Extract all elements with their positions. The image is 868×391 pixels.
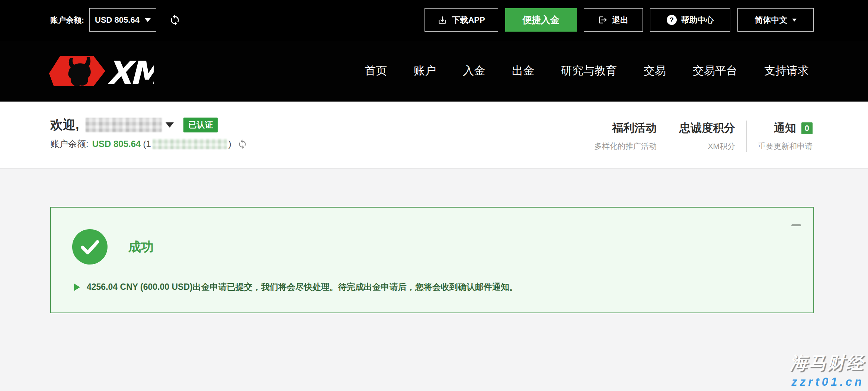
xm-logo-svg: XM bbox=[49, 54, 154, 88]
help-center-label: 帮助中心 bbox=[681, 15, 714, 26]
watermark-brand: 海马财经 bbox=[790, 351, 864, 375]
xm-logo[interactable]: XM bbox=[49, 54, 154, 88]
success-check-icon bbox=[72, 229, 108, 265]
quick-link-subtitle: XM积分 bbox=[679, 141, 735, 151]
alert-message: 4256.04 CNY (600.00 USD)出金申请已提交，我们将会尽快处理… bbox=[87, 281, 518, 293]
refresh-icon[interactable] bbox=[169, 14, 181, 26]
welcome-balance-label: 账户余额: bbox=[50, 138, 89, 150]
nav-item-platforms[interactable]: 交易平台 bbox=[693, 63, 737, 78]
account-number-close: ) bbox=[228, 139, 231, 149]
balance-dropdown[interactable]: USD 805.64 bbox=[89, 8, 156, 32]
nav-item-research-education[interactable]: 研究与教育 bbox=[561, 63, 617, 78]
nav-item-home[interactable]: 首页 bbox=[365, 63, 387, 78]
nav-item-account[interactable]: 账户 bbox=[414, 63, 436, 78]
download-app-label: 下载APP bbox=[452, 15, 485, 26]
help-icon: ? bbox=[667, 15, 677, 25]
quick-link-title: 福利活动 bbox=[594, 121, 657, 136]
topbar-actions: 下载APP 便捷入金 退出 ? 帮助中心 简体中文 bbox=[425, 8, 814, 32]
success-alert: 成功 4256.04 CNY (600.00 USD)出金申请已提交，我们将会尽… bbox=[50, 207, 814, 313]
xm-logo-text: XM bbox=[107, 54, 154, 88]
collapse-dash-icon[interactable] bbox=[791, 224, 801, 226]
welcome-strip: 欢迎, 已认证 账户余额: USD 805.64 (1 ) 福利活动 多样化的推… bbox=[0, 102, 868, 168]
watermark-site: zzrt01.cn bbox=[790, 375, 864, 389]
language-dropdown[interactable]: 简体中文 bbox=[737, 8, 814, 32]
download-icon bbox=[438, 15, 447, 25]
quick-deposit-button[interactable]: 便捷入金 bbox=[505, 8, 577, 32]
logout-icon bbox=[598, 15, 608, 25]
welcome-greeting: 欢迎, bbox=[50, 116, 79, 134]
nav-item-trading[interactable]: 交易 bbox=[644, 63, 666, 78]
balance-dropdown-value: USD 805.64 bbox=[95, 15, 140, 25]
nav-item-deposit[interactable]: 入金 bbox=[463, 63, 485, 78]
caret-down-icon bbox=[145, 18, 151, 22]
notification-count-badge: 0 bbox=[801, 122, 813, 134]
logout-label: 退出 bbox=[612, 15, 628, 26]
quick-link-subtitle: 多样化的推广活动 bbox=[594, 141, 657, 151]
welcome-left: 欢迎, 已认证 账户余额: USD 805.64 (1 ) bbox=[50, 102, 247, 168]
main-navbar: XM 首页 账户 入金 出金 研究与教育 交易 交易平台 支持请求 bbox=[0, 40, 868, 102]
refresh-icon[interactable] bbox=[237, 139, 247, 149]
quick-link-title: 通知 bbox=[774, 121, 796, 136]
quick-link-title: 忠诚度积分 bbox=[679, 121, 735, 136]
watermark: 海马财经 zzrt01.cn bbox=[790, 351, 864, 389]
nav-item-withdraw[interactable]: 出金 bbox=[512, 63, 534, 78]
account-number-open: (1 bbox=[143, 139, 151, 149]
alert-title: 成功 bbox=[128, 238, 154, 256]
bullet-triangle-icon bbox=[74, 283, 80, 291]
main-content: 成功 4256.04 CNY (600.00 USD)出金申请已提交，我们将会尽… bbox=[0, 168, 868, 391]
caret-down-icon bbox=[792, 19, 797, 22]
username-redacted bbox=[86, 118, 162, 132]
nav-menu: 首页 账户 入金 出金 研究与教育 交易 交易平台 支持请求 bbox=[365, 63, 809, 78]
refresh-icon-svg bbox=[169, 14, 181, 26]
account-number-redacted bbox=[153, 139, 227, 149]
welcome-balance-value: USD 805.64 bbox=[92, 139, 141, 149]
logout-button[interactable]: 退出 bbox=[584, 8, 643, 32]
quick-link-loyalty[interactable]: 忠诚度积分 XM积分 bbox=[668, 121, 746, 151]
language-label: 简体中文 bbox=[755, 15, 788, 26]
nav-item-support[interactable]: 支持请求 bbox=[764, 63, 809, 78]
quick-link-promotions[interactable]: 福利活动 多样化的推广活动 bbox=[583, 121, 668, 151]
download-app-button[interactable]: 下载APP bbox=[425, 8, 498, 32]
quick-link-subtitle: 重要更新和申请 bbox=[758, 141, 813, 151]
verified-badge: 已认证 bbox=[183, 118, 218, 132]
quick-link-notifications[interactable]: 通知 0 重要更新和申请 bbox=[747, 121, 813, 151]
help-center-button[interactable]: ? 帮助中心 bbox=[650, 8, 730, 32]
topbar: 账户余额: USD 805.64 下载APP 便捷入金 退出 bbox=[0, 0, 868, 40]
welcome-quick-links: 福利活动 多样化的推广活动 忠诚度积分 XM积分 通知 0 重要更新和申请 bbox=[583, 102, 813, 168]
page: 账户余额: USD 805.64 下载APP 便捷入金 退出 bbox=[0, 0, 868, 391]
caret-down-icon[interactable] bbox=[166, 122, 174, 128]
topbar-balance-label: 账户余额: bbox=[50, 15, 84, 25]
